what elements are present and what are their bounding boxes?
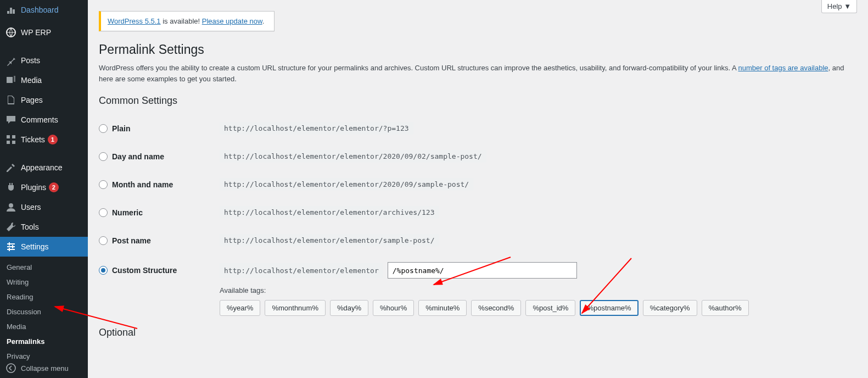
main-content: Help ▼ WordPress 5.5.1 is available! Ple… [88, 0, 868, 378]
plugins-icon [5, 182, 16, 193]
svg-rect-7 [7, 246, 15, 247]
page-description: WordPress offers you the ability to crea… [99, 63, 845, 84]
sidebar-item-plugins[interactable]: Plugins 2 [0, 177, 88, 197]
pin-icon [5, 55, 16, 66]
help-tab[interactable]: Help ▼ [821, 0, 857, 13]
svg-rect-9 [9, 242, 10, 246]
tag-day[interactable]: %day% [330, 300, 368, 316]
sample-numeric: http://localhost/elementor/elementor/arc… [220, 206, 439, 219]
option-day-name: Day and name http://localhost/elementor/… [99, 150, 857, 163]
sample-month-name: http://localhost/elementor/elementor/202… [220, 178, 473, 191]
tag-post-id[interactable]: %post_id% [525, 300, 575, 316]
sidebar-item-label: WP ERP [21, 28, 51, 37]
sidebar-item-media[interactable]: Media [0, 70, 88, 90]
svg-rect-10 [12, 245, 13, 248]
submenu-media[interactable]: Media [0, 319, 88, 334]
sidebar-item-tools[interactable]: Tools [0, 217, 88, 237]
tag-author[interactable]: %author% [702, 300, 749, 316]
sample-plain: http://localhost/elementor/elementor/?p=… [220, 122, 413, 135]
sidebar-item-comments[interactable]: Comments [0, 110, 88, 130]
plugins-badge: 2 [49, 182, 59, 192]
tag-second[interactable]: %second% [471, 300, 521, 316]
radio-numeric[interactable] [99, 208, 108, 217]
sidebar-item-pages[interactable]: Pages [0, 90, 88, 110]
submenu-discussion[interactable]: Discussion [0, 304, 88, 319]
comments-icon [5, 114, 16, 125]
tag-hour[interactable]: %hour% [373, 300, 414, 316]
tag-postname[interactable]: %postname% [580, 300, 638, 316]
radio-plain[interactable] [99, 124, 108, 133]
svg-rect-1 [7, 135, 10, 138]
users-icon [5, 202, 16, 213]
update-now-link[interactable]: Please update now [202, 17, 262, 25]
svg-rect-3 [7, 141, 10, 144]
radio-post-name[interactable] [99, 236, 108, 245]
tickets-badge: 1 [48, 135, 58, 144]
wp-version-link[interactable]: WordPress 5.5.1 [108, 17, 161, 25]
option-custom-structure: Custom Structure http://localhost/elemen… [99, 262, 857, 279]
sidebar-item-label: Tools [21, 223, 39, 231]
sidebar-item-wperp[interactable]: WP ERP [0, 23, 88, 42]
available-tags-label: Available tags: [220, 286, 857, 294]
admin-sidebar: Dashboard WP ERP Posts Media Pages Comme… [0, 0, 88, 378]
radio-day-name[interactable] [99, 152, 108, 161]
collapse-label: Collapse menu [21, 364, 69, 373]
label-plain[interactable]: Plain [112, 124, 130, 133]
sidebar-item-label: Pages [21, 96, 43, 104]
sidebar-item-label: Dashboard [21, 5, 59, 14]
sample-day-name: http://localhost/elementor/elementor/202… [220, 150, 486, 163]
label-custom-structure[interactable]: Custom Structure [112, 266, 177, 275]
svg-point-5 [9, 203, 13, 208]
sidebar-item-settings[interactable]: Settings [0, 237, 88, 257]
option-numeric: Numeric http://localhost/elementor/eleme… [99, 206, 857, 219]
radio-month-name[interactable] [99, 180, 108, 189]
settings-submenu: General Writing Reading Discussion Media… [0, 257, 88, 368]
available-tags-row: %year% %monthnum% %day% %hour% %minute% … [220, 300, 857, 316]
sidebar-item-dashboard[interactable]: Dashboard [0, 0, 88, 20]
base-url-display: http://localhost/elementor/elementor [220, 263, 383, 278]
option-plain: Plain http://localhost/elementor/element… [99, 122, 857, 135]
sidebar-item-tickets[interactable]: Tickets 1 [0, 130, 88, 149]
label-day-name[interactable]: Day and name [112, 152, 164, 161]
tickets-icon [5, 134, 16, 145]
collapse-menu[interactable]: Collapse menu [0, 358, 88, 378]
tag-minute[interactable]: %minute% [418, 300, 467, 316]
tag-category[interactable]: %category% [643, 300, 697, 316]
sidebar-item-users[interactable]: Users [0, 197, 88, 217]
sidebar-item-posts[interactable]: Posts [0, 51, 88, 70]
settings-icon [5, 241, 16, 252]
submenu-writing[interactable]: Writing [0, 275, 88, 290]
custom-structure-input[interactable] [388, 262, 577, 279]
tag-year[interactable]: %year% [220, 300, 260, 316]
sidebar-item-label: Settings [21, 242, 49, 251]
svg-rect-2 [12, 135, 15, 138]
sidebar-item-label: Users [21, 203, 41, 212]
tools-icon [5, 221, 16, 232]
notice-text: is available! [161, 17, 202, 25]
sidebar-item-label: Comments [21, 115, 58, 124]
optional-heading: Optional [99, 327, 857, 338]
dashboard-icon [5, 4, 16, 15]
label-post-name[interactable]: Post name [112, 236, 151, 245]
common-settings-heading: Common Settings [99, 95, 857, 107]
tags-doc-link[interactable]: number of tags are available [738, 64, 828, 72]
tag-monthnum[interactable]: %monthnum% [265, 300, 326, 316]
radio-custom-structure[interactable] [99, 266, 108, 275]
sample-post-name: http://localhost/elementor/elementor/sam… [220, 234, 439, 247]
media-icon [5, 75, 16, 86]
svg-point-12 [7, 364, 15, 373]
svg-rect-6 [7, 243, 15, 244]
option-post-name: Post name http://localhost/elementor/ele… [99, 234, 857, 247]
label-numeric[interactable]: Numeric [112, 208, 143, 217]
submenu-reading[interactable]: Reading [0, 290, 88, 304]
svg-rect-8 [7, 249, 15, 250]
sidebar-item-label: Appearance [21, 163, 63, 172]
appearance-icon [5, 162, 16, 173]
erp-icon [5, 27, 16, 38]
sidebar-item-appearance[interactable]: Appearance [0, 158, 88, 177]
submenu-permalinks[interactable]: Permalinks [0, 334, 88, 349]
label-month-name[interactable]: Month and name [112, 180, 173, 189]
sidebar-item-label: Media [21, 76, 42, 85]
submenu-general[interactable]: General [0, 260, 88, 275]
sidebar-item-label: Tickets [21, 135, 45, 144]
